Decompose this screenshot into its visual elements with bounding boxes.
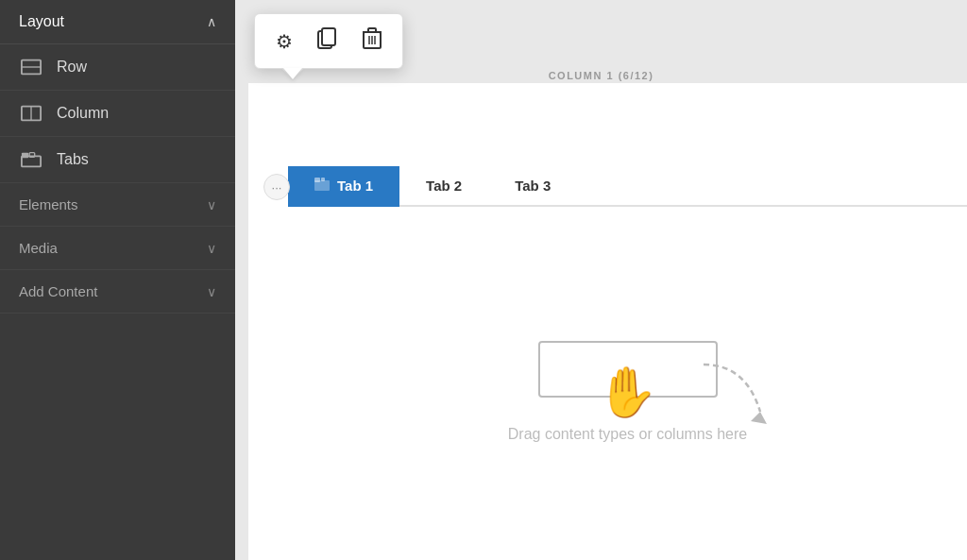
tab-2[interactable]: Tab 2 [399,166,488,207]
content-area: ··· Tab 1 Tab 2 Tab 3 [248,83,967,560]
svg-rect-17 [321,178,325,181]
layout-chevron-icon: ∧ [207,14,216,29]
add-content-chevron-icon: ∨ [207,284,216,299]
sidebar-tabs-label: Tabs [57,151,89,168]
tab2-label: Tab 2 [426,178,462,194]
drag-arrow-icon [699,360,774,426]
more-options-button[interactable]: ··· [263,174,290,200]
settings-button[interactable]: ⚙ [268,25,300,59]
drop-zone-text: Drag content types or columns here [508,426,747,443]
sidebar-item-column[interactable]: Column [0,91,235,137]
media-chevron-icon: ∨ [207,241,216,256]
sidebar-elements-section[interactable]: Elements ∨ [0,183,235,227]
sidebar-layout-label: Layout [19,13,64,30]
toolbar-popup: ⚙ [254,13,403,69]
sidebar-item-tabs[interactable]: Tabs [0,137,235,183]
sidebar: Layout ∧ Row Column [0,0,235,560]
drag-hand-icon: ✋ [597,363,658,420]
svg-rect-8 [322,28,335,45]
copy-button[interactable] [310,22,346,60]
sidebar-media-label: Media [19,240,58,256]
gear-icon: ⚙ [276,30,293,53]
elements-chevron-icon: ∨ [207,197,216,212]
tab-3[interactable]: Tab 3 [488,166,577,207]
more-options-icon: ··· [272,180,282,195]
copy-icon [317,27,338,55]
sidebar-add-content-label: Add Content [19,283,97,299]
sidebar-media-section[interactable]: Media ∨ [0,227,235,270]
row-icon [19,58,43,76]
tab3-label: Tab 3 [515,178,551,194]
svg-marker-18 [751,412,767,424]
sidebar-layout-header[interactable]: Layout ∧ [0,0,235,44]
svg-rect-11 [368,28,376,32]
svg-rect-6 [29,153,35,158]
main-area: ⚙ COLUMN [235,0,967,560]
sidebar-add-content-section[interactable]: Add Content ∨ [0,270,235,314]
svg-rect-16 [314,178,320,182]
sidebar-column-label: Column [57,105,109,122]
sidebar-elements-label: Elements [19,196,78,212]
column-header-label: COLUMN 1 (6/12) [549,70,654,81]
drag-illustration: ✋ [538,341,718,398]
tab1-icon [314,178,330,194]
tab1-label: Tab 1 [337,178,373,194]
tabs-container: Tab 1 Tab 2 Tab 3 [288,166,967,207]
delete-button[interactable] [355,22,389,60]
sidebar-item-row[interactable]: Row [0,44,235,91]
column-icon [19,104,43,123]
tab-1[interactable]: Tab 1 [288,166,399,207]
tabs-icon [19,150,43,169]
svg-rect-5 [22,153,28,159]
sidebar-row-label: Row [57,59,87,76]
trash-icon [363,27,382,55]
drop-zone: ✋ Drag content types or columns here [288,223,967,560]
